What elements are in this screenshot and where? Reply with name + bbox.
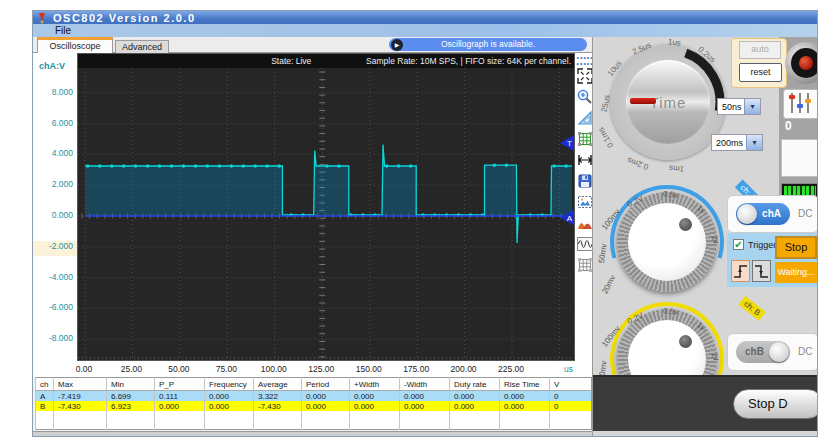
bottom-bar: Stop D xyxy=(593,375,817,431)
chevron-down-icon[interactable]: ▾ xyxy=(746,135,762,150)
chb-scale-label: 0.5v xyxy=(663,306,679,317)
chb-toggle[interactable]: chB xyxy=(736,341,790,363)
measurement-cell: 0.000 xyxy=(205,391,254,402)
measurement-cell: 0.000 xyxy=(450,401,500,411)
play-icon: ▶ xyxy=(391,39,403,51)
chart-zone: chA:V 8.0006.0004.0002.0000.000-2.000-4.… xyxy=(33,53,592,377)
column-header: Rise Time xyxy=(500,378,550,391)
grid-adjust-icon[interactable] xyxy=(577,131,593,147)
sliders-icon xyxy=(784,90,816,116)
x-axis-unit: us xyxy=(564,364,573,374)
measurement-cell: 0.000 xyxy=(350,401,400,411)
counter-value: 0 xyxy=(785,119,792,133)
display-box xyxy=(781,139,817,177)
cha-scale-label: 2v xyxy=(709,234,721,245)
measurement-cell: 0.000 xyxy=(500,391,550,402)
set-square-icon[interactable] xyxy=(577,110,593,126)
time-scale-label: 1ms xyxy=(669,163,685,173)
tab-oscilloscope[interactable]: Oscilloscope xyxy=(37,37,113,53)
horizontal-measure-icon[interactable] xyxy=(577,152,593,168)
screenshot-icon[interactable] xyxy=(577,194,593,210)
drag-dots-icon[interactable]: •••••••••• xyxy=(577,55,593,63)
screen: OSC802 Version 2.0.0 File Oscilloscope A… xyxy=(0,0,822,443)
menu-file[interactable]: File xyxy=(47,25,79,36)
waveform-icon[interactable] xyxy=(577,236,593,252)
x-tick-label: 125.00 xyxy=(308,364,334,374)
cha-dial-indicator xyxy=(679,218,692,231)
waveform-display[interactable]: State: Live Sample Rate: 10M SPS, | FIFO… xyxy=(77,53,575,361)
cha-toggle-panel: chA DC xyxy=(727,195,817,233)
table-grid-icon[interactable] xyxy=(577,257,593,273)
measurement-cell: 0.000 xyxy=(302,391,350,402)
trigger-stop-button[interactable]: Stop xyxy=(775,236,817,259)
cha-toggle-label: chA xyxy=(762,208,781,219)
measurement-cell: -7.430 xyxy=(254,401,302,411)
measurement-cell: 0 xyxy=(550,391,592,402)
y-axis-channel-label: chA:V xyxy=(39,61,65,71)
column-header: Min xyxy=(107,378,155,391)
zoom-in-icon[interactable] xyxy=(577,89,593,105)
measurement-cell: 0 xyxy=(550,401,592,411)
cha-coupling-label[interactable]: DC xyxy=(798,208,812,219)
y-tick-label: 2.000 xyxy=(35,179,73,189)
trigger-status: Waiting... xyxy=(775,262,817,283)
x-tick-label: 175.00 xyxy=(403,364,429,374)
status-banner-text: Oscillograph is available. xyxy=(441,39,535,49)
refresh-rate-select[interactable]: 200ms ▾ xyxy=(711,134,763,151)
chb-toggle-panel: chB DC xyxy=(727,333,817,371)
chb-coupling-label[interactable]: DC xyxy=(798,346,812,357)
reset-button[interactable]: reset xyxy=(739,63,782,82)
waveform-plot[interactable]: TA xyxy=(78,68,574,361)
control-panel: Time 25us 10us 2.5us 1us 0.2us 0.1ms 0.2… xyxy=(592,37,817,436)
measurement-cell: 0.000 xyxy=(350,391,400,402)
time-scale-label: 1us xyxy=(668,37,682,47)
x-tick-label: 225.00 xyxy=(498,364,524,374)
chart-header: State: Live Sample Rate: 10M SPS, | FIFO… xyxy=(78,54,574,68)
tab-advanced[interactable]: Advanced xyxy=(115,40,169,53)
measurement-cell: 3.322 xyxy=(254,391,302,402)
cha-scale-label: 0.5v xyxy=(663,189,679,200)
oscilloscope-pane: Oscilloscope Advanced ▶ Oscillograph is … xyxy=(33,37,592,436)
y-tick-label: -8.000 xyxy=(35,333,73,343)
measurement-row[interactable]: B-7.4306.9230.0000.000-7.4300.0000.0000.… xyxy=(36,401,592,411)
measurement-cell: B xyxy=(36,401,54,411)
sample-rate-select[interactable]: 50ns ▾ xyxy=(717,98,761,115)
column-header: V xyxy=(550,378,592,391)
x-tick-label: 150.00 xyxy=(356,364,382,374)
svg-text:T: T xyxy=(567,139,572,148)
title-bar: OSC802 Version 2.0.0 xyxy=(33,11,817,24)
measurement-row[interactable]: A-7.4196.6990.1110.0003.3220.0000.0000.0… xyxy=(36,391,592,402)
column-header: Max xyxy=(54,378,107,391)
y-axis-labels: chA:V 8.0006.0004.0002.0000.000-2.000-4.… xyxy=(33,53,77,377)
time-dial-pointer xyxy=(630,98,656,104)
x-tick-label: 100.00 xyxy=(261,364,287,374)
histogram-icon[interactable] xyxy=(577,215,593,231)
fit-screen-icon[interactable] xyxy=(577,68,593,84)
x-tick-label: 25.00 xyxy=(121,364,142,374)
cha-scale-label: 20mv xyxy=(600,274,617,295)
chevron-down-icon[interactable]: ▾ xyxy=(744,99,760,114)
window-title: OSC802 Version 2.0.0 xyxy=(53,12,196,24)
measurement-cell: 6.699 xyxy=(107,391,155,402)
tab-strip: Oscilloscope Advanced ▶ Oscillograph is … xyxy=(33,37,592,53)
y-tick-label: 6.000 xyxy=(35,118,73,128)
measurement-cell: 6.923 xyxy=(107,401,155,411)
falling-edge-button[interactable] xyxy=(752,260,771,282)
cha-scale-label: 50mv xyxy=(597,243,609,264)
measurement-cell: 0.000 xyxy=(500,401,550,411)
status-banner: ▶ Oscillograph is available. xyxy=(389,38,587,51)
trigger-checkbox[interactable]: ✔ xyxy=(733,239,744,250)
save-icon[interactable] xyxy=(577,173,593,189)
column-header: Duty rate xyxy=(450,378,500,391)
record-button-center xyxy=(799,56,813,70)
y-tick-label: 0.000 xyxy=(35,210,73,220)
auto-button[interactable]: auto xyxy=(739,41,781,59)
cha-toggle[interactable]: chA xyxy=(736,203,790,225)
menu-bar: File xyxy=(33,24,817,37)
mixer-button[interactable] xyxy=(783,89,817,119)
measurements-table: chMaxMinP_PFrequencyAveragePeriod+Width-… xyxy=(35,377,592,430)
stop-device-button[interactable]: Stop D xyxy=(733,389,817,419)
y-tick-label: -4.000 xyxy=(35,272,73,282)
rising-edge-button[interactable] xyxy=(731,260,750,282)
trigger-label: Trigger xyxy=(748,240,776,250)
